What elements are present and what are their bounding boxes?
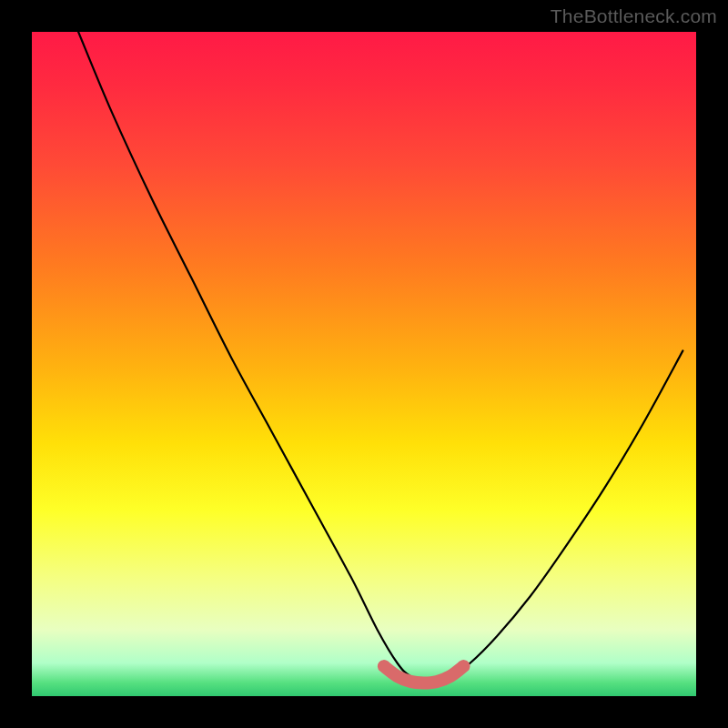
watermark-text: TheBottleneck.com xyxy=(551,5,717,27)
chart-frame: TheBottleneck.com xyxy=(0,0,728,728)
chart-plot-area xyxy=(32,32,696,696)
bottleneck-curve xyxy=(78,32,682,682)
optimal-range-highlight xyxy=(384,666,464,682)
chart-overlay xyxy=(32,32,696,696)
